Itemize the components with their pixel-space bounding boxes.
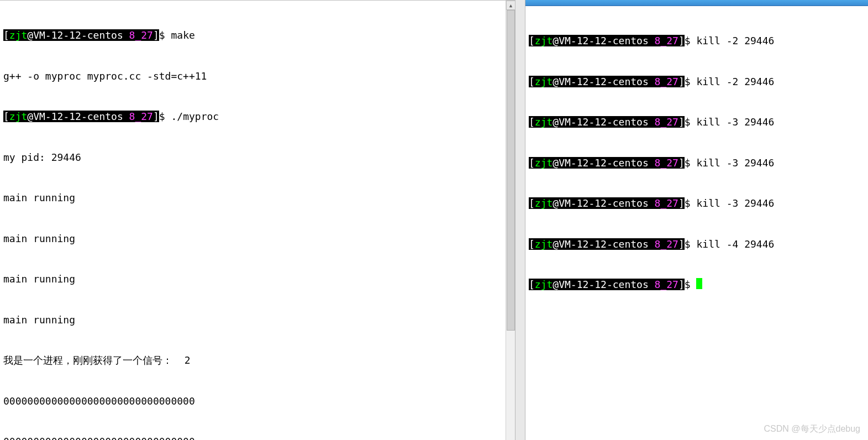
- prompt-host: @VM-12-12-centos: [27, 29, 129, 41]
- watermark-text: CSDN @每天少点debug: [764, 422, 860, 436]
- command-text: kill -3 29446: [696, 116, 774, 128]
- output-line: 00000000000000000000000000000000: [3, 395, 502, 408]
- output-line: 00000000000000000000000000000000: [3, 435, 502, 440]
- prompt-path: 8_27: [655, 197, 678, 209]
- bracket-close: ]: [153, 111, 159, 122]
- prompt-line: [zjt@VM-12-12-centos 8_27]$ kill -2 2944…: [529, 75, 865, 89]
- cursor-icon: [696, 278, 702, 289]
- prompt-path: 8_27: [129, 111, 153, 122]
- bracket-open: [: [529, 238, 535, 250]
- prompt-line: [zjt@VM-12-12-centos 8_27]$ kill -3 2944…: [529, 156, 865, 170]
- prompt-user: zjt: [535, 238, 553, 250]
- prompt-host: @VM-12-12-centos: [553, 116, 654, 128]
- prompt-dollar: $: [685, 279, 697, 290]
- bracket-open: [: [529, 157, 535, 169]
- prompt-path: 8_27: [655, 76, 678, 87]
- command-text: kill -4 29446: [696, 238, 774, 250]
- output-line: main running: [3, 232, 502, 246]
- prompt-dollar: $: [159, 111, 171, 122]
- output-line: main running: [3, 313, 502, 327]
- scroll-thumb[interactable]: [507, 10, 515, 331]
- left-content-row: [zjt@VM-12-12-centos 8_27]$ make g++ -o …: [0, 1, 515, 440]
- left-pane: [zjt@VM-12-12-centos 8_27]$ make g++ -o …: [0, 0, 515, 440]
- pane-divider[interactable]: [515, 0, 525, 440]
- command-text: ./myproc: [171, 111, 219, 122]
- prompt-dollar: $: [685, 238, 697, 250]
- bracket-close: ]: [678, 157, 685, 169]
- prompt-host: @VM-12-12-centos: [553, 279, 654, 290]
- prompt-dollar: $: [685, 76, 697, 87]
- prompt-dollar: $: [685, 157, 697, 169]
- prompt-line: [zjt@VM-12-12-centos 8_27]$ ./myproc: [3, 110, 502, 124]
- right-pane: [zjt@VM-12-12-centos 8_27]$ kill -2 2944…: [525, 0, 868, 440]
- prompt-line: [zjt@VM-12-12-centos 8_27]$ kill -3 2944…: [529, 116, 865, 129]
- prompt-line: [zjt@VM-12-12-centos 8_27]$ kill -3 2944…: [529, 197, 865, 211]
- prompt-path: 8_27: [655, 279, 678, 290]
- command-text: kill -2 29446: [696, 35, 774, 46]
- bracket-close: ]: [678, 76, 685, 87]
- prompt-dollar: $: [685, 116, 697, 128]
- output-line: 我是一个进程，刚刚获得了一个信号： 2: [3, 354, 502, 368]
- output-line: my pid: 29446: [3, 151, 502, 165]
- prompt-line: [zjt@VM-12-12-centos 8_27]$ make: [3, 29, 502, 43]
- prompt-dollar: $: [159, 29, 171, 41]
- prompt-path: 8_27: [655, 35, 678, 46]
- prompt-user: zjt: [535, 157, 553, 169]
- right-top-bar: [525, 0, 868, 6]
- right-terminal[interactable]: [zjt@VM-12-12-centos 8_27]$ kill -2 2944…: [525, 6, 868, 440]
- bracket-close: ]: [678, 197, 685, 209]
- bracket-close: ]: [678, 238, 685, 250]
- command-text: kill -2 29446: [696, 76, 774, 87]
- prompt-user: zjt: [535, 116, 553, 128]
- output-line: main running: [3, 191, 502, 205]
- bracket-open: [: [529, 76, 535, 87]
- prompt-host: @VM-12-12-centos: [553, 76, 654, 87]
- output-line: main running: [3, 273, 502, 286]
- bracket-open: [: [529, 116, 535, 128]
- prompt-dollar: $: [685, 197, 697, 209]
- prompt-host: @VM-12-12-centos: [553, 197, 654, 209]
- command-text: make: [171, 29, 194, 41]
- prompt-host: @VM-12-12-centos: [553, 157, 654, 169]
- command-text: kill -3 29446: [696, 197, 774, 209]
- scroll-up-icon[interactable]: ▲: [506, 1, 515, 10]
- bracket-open: [: [529, 35, 535, 46]
- prompt-path: 8_27: [129, 29, 153, 41]
- bracket-open: [: [3, 29, 9, 41]
- bracket-close: ]: [678, 116, 685, 128]
- prompt-user: zjt: [535, 197, 553, 209]
- prompt-dollar: $: [685, 35, 697, 46]
- prompt-user: zjt: [9, 29, 28, 41]
- bracket-open: [: [3, 111, 9, 122]
- prompt-path: 8_27: [655, 116, 678, 128]
- prompt-path: 8_27: [655, 238, 678, 250]
- prompt-user: zjt: [535, 35, 553, 46]
- left-terminal[interactable]: [zjt@VM-12-12-centos 8_27]$ make g++ -o …: [0, 1, 506, 440]
- prompt-host: @VM-12-12-centos: [27, 111, 129, 122]
- output-line: g++ -o myproc myproc.cc -std=c++11: [3, 70, 502, 83]
- bracket-close: ]: [678, 35, 685, 46]
- prompt-line: [zjt@VM-12-12-centos 8_27]$ kill -2 2944…: [529, 34, 865, 48]
- prompt-line: [zjt@VM-12-12-centos 8_27]$ kill -4 2944…: [529, 238, 865, 252]
- prompt-user: zjt: [535, 76, 553, 87]
- bracket-open: [: [529, 197, 535, 209]
- prompt-line: [zjt@VM-12-12-centos 8_27]$: [529, 278, 865, 292]
- bracket-open: [: [529, 279, 535, 290]
- prompt-path: 8_27: [655, 157, 678, 169]
- prompt-host: @VM-12-12-centos: [553, 35, 654, 46]
- prompt-user: zjt: [535, 279, 553, 290]
- bracket-close: ]: [678, 279, 685, 290]
- prompt-user: zjt: [9, 111, 28, 122]
- bracket-close: ]: [153, 29, 159, 41]
- left-scrollbar[interactable]: ▲ ▼: [506, 1, 515, 440]
- prompt-host: @VM-12-12-centos: [553, 238, 654, 250]
- command-text: kill -3 29446: [696, 157, 774, 169]
